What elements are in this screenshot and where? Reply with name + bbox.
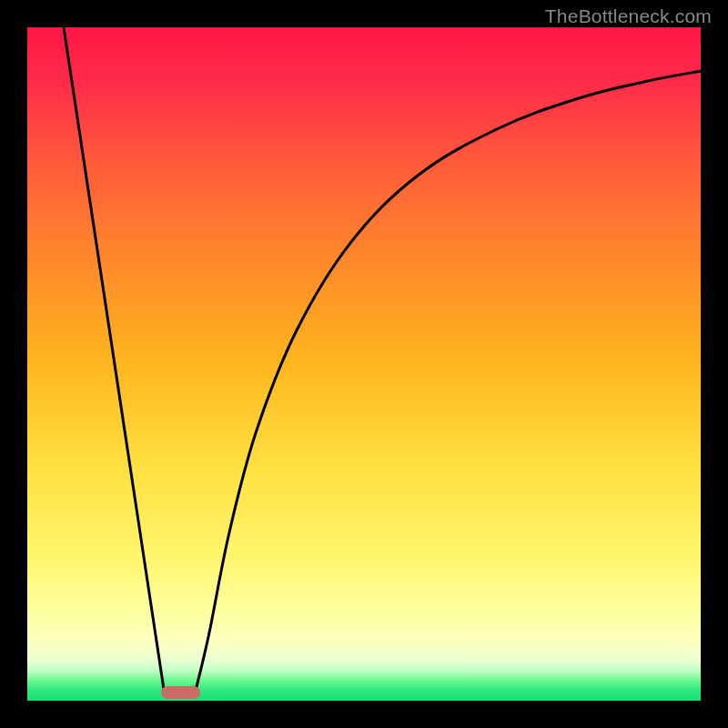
watermark-text: TheBottleneck.com — [545, 5, 712, 27]
chart-svg — [27, 27, 701, 701]
chart-container: TheBottleneck.com — [0, 0, 728, 728]
optimal-marker — [161, 686, 200, 698]
gradient-background — [27, 27, 701, 701]
plot-area — [27, 27, 701, 701]
